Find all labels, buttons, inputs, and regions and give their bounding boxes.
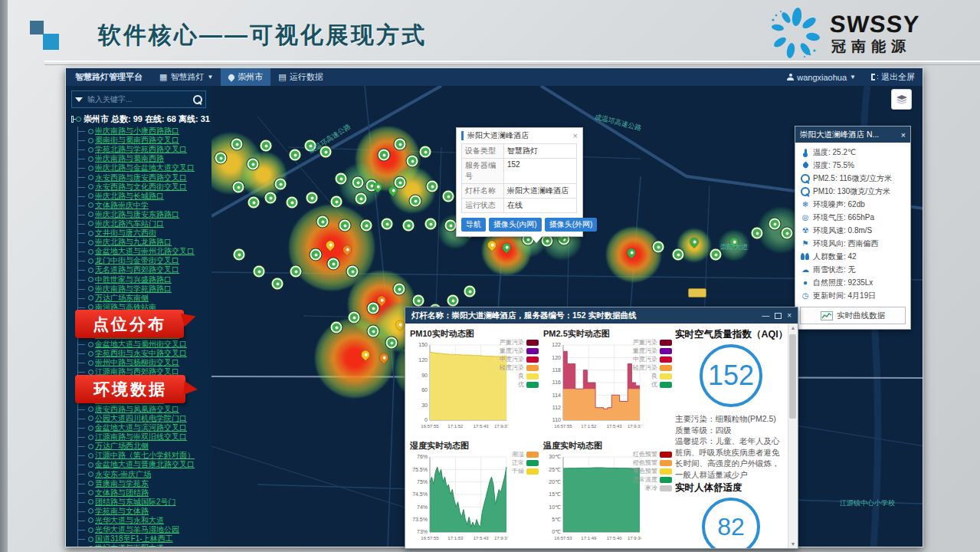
tree-node[interactable]: 学苑北路与学苑西路交叉口 — [78, 145, 211, 154]
tree-node[interactable]: 学苑南与文体路 — [78, 507, 211, 516]
streetlamp-marker[interactable] — [379, 150, 390, 161]
tree-node[interactable]: 崇庆北路与九龙路路口 — [78, 238, 211, 247]
streetlamp-marker[interactable] — [234, 249, 245, 261]
camera-external-button[interactable]: 摄像头(外网) — [545, 218, 598, 232]
filter-icon[interactable] — [75, 97, 83, 102]
navigate-button[interactable]: 导航 — [461, 218, 486, 232]
restore-icon[interactable] — [775, 313, 782, 319]
streetlamp-marker[interactable] — [336, 173, 347, 185]
streetlamp-marker[interactable] — [290, 266, 302, 278]
tree-node[interactable]: 文体路崇庆中学 — [78, 201, 211, 210]
realtime-curve-button[interactable]: 实时曲线数据 — [800, 307, 906, 324]
streetlamp-marker[interactable] — [352, 177, 364, 189]
tree-node[interactable]: 龙门中街与金带街交叉口 — [78, 256, 211, 265]
tree-node[interactable]: 团结路与东城国际2号门 — [78, 498, 211, 507]
tree-node[interactable]: 崇庆北路与长城路口 — [78, 192, 211, 201]
streetlamp-marker[interactable] — [317, 216, 329, 228]
streetlamp-marker[interactable] — [407, 156, 418, 167]
tree-node[interactable]: 光华大道与永和大道 — [78, 516, 211, 525]
exit-fullscreen-button[interactable]: 退出全屏 — [864, 68, 923, 86]
scroll-up-icon[interactable]: ▲ — [788, 325, 798, 330]
streetlamp-marker[interactable] — [347, 266, 359, 278]
tree-node[interactable]: 永安西路与文化西街交叉口 — [78, 182, 211, 192]
tree-node[interactable]: 光华大道与羊马湿地公园 — [78, 525, 211, 534]
streetlamp-marker[interactable] — [782, 228, 793, 239]
minimize-icon[interactable]: — — [762, 311, 769, 320]
streetlamp-marker[interactable] — [653, 242, 664, 253]
tree-node[interactable]: 晋康南与学苑东 — [78, 479, 211, 488]
streetlamp-marker[interactable] — [272, 278, 284, 290]
streetlamp-marker[interactable] — [395, 177, 406, 189]
tree-node[interactable]: 唐安西路与凤凰路交叉口 — [78, 405, 211, 414]
streetlamp-marker[interactable] — [361, 220, 372, 232]
streetlamp-marker[interactable] — [403, 220, 415, 232]
nav-item-run-data[interactable]: ▤ 运行数据 — [270, 68, 330, 86]
streetlamp-marker[interactable] — [261, 140, 272, 152]
tree-node[interactable]: 万达广场东南侧 — [78, 294, 211, 303]
streetlamp-marker[interactable] — [265, 192, 277, 204]
tree-node[interactable]: 崇庆北路汽车站门口 — [78, 219, 211, 228]
tree-node[interactable]: 文井街与唐六西街 — [78, 228, 211, 238]
streetlamp-marker[interactable] — [356, 193, 367, 205]
tree-node[interactable]: 江源中路（第七小学斜对面） — [78, 451, 211, 460]
tree-node[interactable]: 金盆地大道与晋康北路交叉口 — [78, 460, 211, 469]
tree-root-node[interactable]: 崇州市 总数: 99 在线: 68 离线: 31 — [66, 111, 211, 127]
search-input[interactable] — [86, 94, 190, 104]
scroll-down-icon[interactable]: ▼ — [788, 541, 798, 547]
tree-node[interactable]: 文体路与团结路 — [78, 488, 211, 498]
tree-node[interactable]: 金盆地大道与蜀州街交叉口 — [78, 340, 211, 349]
search-bar[interactable] — [71, 90, 206, 108]
tree-node[interactable]: 金盆地大道与滨河路交叉口 — [78, 423, 211, 432]
close-icon[interactable]: × — [901, 130, 906, 140]
streetlamp-marker[interactable] — [445, 220, 457, 232]
tree-node[interactable]: 崇州中路与杨柳街交叉口 — [78, 358, 211, 367]
streetlamp-marker[interactable] — [275, 179, 287, 190]
tree-node[interactable]: 永安东-崇庆广场 — [78, 469, 211, 478]
streetlamp-marker[interactable] — [464, 286, 476, 297]
scrollbar[interactable]: ▲ ▼ — [788, 324, 798, 548]
nav-item-smart-lamp[interactable]: ▦ 智慧路灯 ▼ — [152, 68, 221, 86]
streetlamp-marker[interactable] — [247, 159, 259, 170]
streetlamp-marker[interactable] — [233, 182, 244, 193]
streetlamp-marker[interactable] — [368, 326, 379, 337]
tree-node[interactable]: 永安西路与唐安西路交叉口 — [78, 172, 211, 182]
streetlamp-marker[interactable] — [410, 196, 421, 207]
streetlamp-marker[interactable] — [231, 139, 243, 150]
realtime-window-titlebar[interactable]: 灯杆名称：崇阳大道澜峰酒店，服务器编号：152 实时数据曲线 — × — [405, 307, 798, 324]
tree-node[interactable]: 蜀南街与蜀南西路交叉口 — [78, 136, 211, 145]
tree-node[interactable]: 无名道路与西郊路交叉口 — [78, 265, 211, 274]
streetlamp-marker[interactable] — [425, 219, 437, 230]
tree-node[interactable]: 崇庆北路与唐安东路路口 — [78, 210, 211, 219]
streetlamp-marker[interactable] — [769, 219, 781, 230]
streetlamp-marker[interactable] — [215, 153, 227, 164]
tree-node[interactable]: 万达广场西北侧 — [78, 442, 211, 451]
tree-node[interactable]: 中胜世家与兴盛路路口 — [78, 275, 211, 284]
streetlamp-marker[interactable] — [427, 181, 438, 192]
streetlamp-marker[interactable] — [752, 228, 763, 239]
close-icon[interactable]: × — [787, 311, 792, 320]
streetlamp-marker[interactable] — [331, 322, 343, 334]
streetlamp-marker[interactable] — [443, 191, 454, 202]
streetlamp-marker[interactable] — [306, 192, 318, 204]
streetlamp-marker[interactable] — [331, 196, 343, 208]
tree-node[interactable]: 国道318至F1-上林西工 — [78, 534, 211, 544]
streetlamp-marker[interactable] — [368, 303, 379, 314]
tree-node[interactable]: 学苑西街与永安中路交叉口 — [78, 349, 211, 358]
streetlamp-marker[interactable] — [339, 220, 351, 232]
scrollbar-thumb[interactable] — [789, 334, 796, 419]
streetlamp-marker[interactable] — [349, 312, 360, 324]
tree-node[interactable]: 崇庆南路与学苑路路口 — [78, 284, 211, 294]
tree-node[interactable]: 江源南路与崇双旧线交叉口 — [78, 432, 211, 442]
tree-node[interactable]: 崇庆南路与蜀南西路 — [78, 154, 211, 163]
nav-item-city[interactable]: 崇州市 — [221, 68, 270, 86]
tree-node[interactable]: 崇庆北路与金盆地大道交叉口 — [78, 163, 211, 172]
streetlamp-marker[interactable] — [290, 150, 301, 161]
streetlamp-marker[interactable] — [310, 249, 322, 261]
user-menu[interactable]: wangxiaohua ▼ — [779, 68, 864, 86]
streetlamp-marker[interactable] — [673, 249, 684, 261]
tree-collapse-icon[interactable] — [71, 116, 74, 123]
streetlamp-marker[interactable] — [420, 146, 431, 158]
tree-node[interactable]: 公园大道四川机电学院门口 — [78, 414, 211, 423]
search-icon[interactable] — [193, 95, 202, 104]
streetlamp-marker[interactable] — [394, 284, 405, 295]
